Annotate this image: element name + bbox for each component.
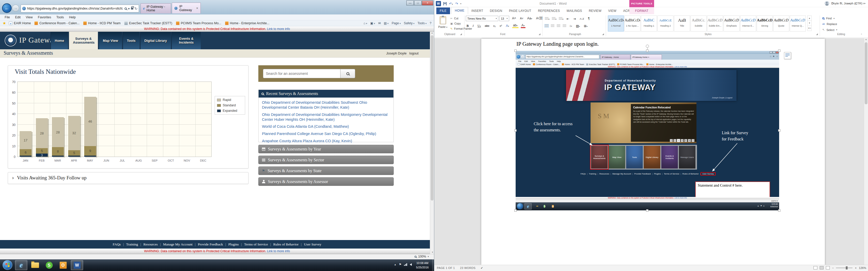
font-name-select[interactable]: Times New Ro▾ [466,16,498,21]
taskbar-app-word[interactable]: W [71,260,83,270]
multilevel-list-button[interactable]: ▾ [559,16,563,21]
borders-button[interactable]: ⊞▾ [583,24,588,28]
style-subtitle[interactable]: AaBbCc.Subtitle [690,15,707,32]
footer-link-rules-of-behavior[interactable]: Rules of Behavior [271,242,301,246]
word-zoom-level[interactable]: 126% [859,266,866,269]
bar-jan[interactable]: 617 [20,131,32,157]
styles-gallery-scroll[interactable]: ▲▼▼≡ [807,15,812,31]
warning-more-info-link[interactable]: Link to more info [267,249,290,253]
shrink-font-button[interactable]: A˅ [519,17,524,20]
line-spacing-button[interactable]: ↕▾ [568,24,573,28]
shot-menu-item-view[interactable]: View [530,60,536,63]
subscript-button[interactable]: x₂ [492,24,497,27]
underline-button[interactable]: U▾ [477,24,482,28]
footer-link-terms-of-service[interactable]: Terms of Service [242,242,270,246]
followup-card[interactable]: › Visits Awaiting 365-Day Follow up [8,172,249,184]
ribbon-tab-view[interactable]: VIEW [605,7,620,14]
shading-button[interactable]: ▨▾ [575,24,581,28]
resize-handle-ne[interactable] [778,49,780,52]
safety-menu[interactable]: Safety [404,22,414,25]
ribbon-tab-home[interactable]: HOME [451,7,468,14]
clipboard-dialog-launcher[interactable] [460,33,462,35]
align-center-button[interactable] [551,24,554,28]
zoom-slider-thumb[interactable] [846,266,847,269]
accordion-surveys-assessments-by-sector[interactable]: Surveys & Assessments by Sector [258,156,394,164]
zoom-in-button[interactable]: + [855,266,857,269]
taskbar-app-skype[interactable]: S [43,260,55,270]
qat-customize-icon[interactable]: ▾ [460,3,461,5]
ribbon-tab-format[interactable]: FORMAT [629,7,654,14]
recent-assessment-link[interactable]: World of Coca Cola Atlanta GA (Condland,… [262,124,390,129]
favorites-star-icon[interactable]: ★ [2,21,7,26]
volume-icon[interactable] [410,263,412,266]
dropdown-icon[interactable]: ▾ [128,7,130,10]
bold-button[interactable]: B [466,24,469,28]
resize-handle-sw[interactable] [514,209,517,212]
shot-menu-item-file[interactable]: File [517,60,523,63]
font-size-select[interactable]: 13▾ [499,16,509,21]
footer-link-provide-feedback[interactable]: Provide Feedback [195,242,225,246]
action-center-icon[interactable]: ⚑ [399,263,401,266]
footer-link-resources[interactable]: Resources [141,242,160,246]
recent-assessment-link[interactable]: Ohio Department of Developmental Disabil… [262,112,390,122]
taskbar-clock[interactable]: 10:08 AM 5/25/2016 [413,261,432,269]
back-button[interactable]: ← [2,3,11,13]
style-emphasis[interactable]: AaBbCcDEmphasis [723,15,740,32]
forward-button[interactable]: → [12,5,19,11]
word-scrollbar-thumb[interactable] [865,42,867,104]
mail-icon[interactable]: ✉ [378,22,381,25]
logout-link[interactable]: logout [409,52,418,55]
text-effects-button[interactable]: A▾ [505,24,510,28]
favorites-bar-item[interactable]: ExecSec Task Tracker (ESTT) [122,21,174,25]
home-icon[interactable]: ⌂ [364,22,367,25]
bar-apr[interactable]: 532 [68,116,80,157]
print-icon[interactable]: ▤ [384,22,389,25]
paragraph-dialog-launcher[interactable] [602,33,604,35]
resize-handle-s[interactable] [646,209,648,212]
proofing-icon[interactable]: ✔ [481,266,483,270]
footer-link-user-survey[interactable]: User Survey [302,242,324,246]
favorites-bar-item[interactable]: Conference Room - Calen... [33,21,82,25]
footer-link-faqs[interactable]: FAQs [110,242,123,246]
nav-tab-surveys-assessments[interactable]: Surveys & Assessments [69,32,98,49]
network-icon[interactable] [404,263,407,266]
maximize-button[interactable]: □ [414,1,422,5]
font-dialog-launcher[interactable] [538,33,540,35]
search-button[interactable] [340,69,355,78]
nav-tab-tools[interactable]: Tools [123,32,140,49]
browser-tab-inactive[interactable]: e IP Gateway - Home [141,3,171,13]
styles-scroll-down-icon[interactable]: ▼ [807,21,812,26]
accordion-surveys-assessments-by-assessor[interactable]: Surveys & Assessments by Assessor [258,177,394,186]
resize-handle-w[interactable] [514,129,517,132]
style-strong[interactable]: AaBbCcDStrong [757,15,773,32]
zoom-dropdown-icon[interactable]: ▾ [428,255,429,258]
close-tab-icon[interactable]: × [196,6,198,10]
web-layout-button[interactable] [826,266,830,269]
menu-item-edit[interactable]: Edit [12,15,23,20]
ribbon-tab-insert[interactable]: INSERT [468,7,487,14]
replace-button[interactable]: abReplace [822,23,837,26]
resize-handle-se[interactable] [778,209,780,212]
change-case-button[interactable]: Aa▾ [526,16,533,20]
ribbon-tab-design[interactable]: DESIGN [487,7,505,14]
shot-menu-item-help[interactable]: Help [556,60,562,63]
refresh-icon[interactable]: ↻ [134,7,137,10]
strikethrough-button[interactable]: abc [484,24,490,27]
address-bar[interactable]: https://ipgateway.dhs.gov/ipglanding/ind… [21,5,139,12]
style-intense-q[interactable]: AaBbCcDIntense Q... [790,15,806,32]
zoom-slider[interactable] [836,268,852,268]
browser-zoom-level[interactable]: 100% [418,255,426,258]
font-color-button[interactable]: A▾ [521,24,525,28]
warning-more-info-link[interactable]: Link to more info [267,27,290,31]
align-right-button[interactable] [557,24,560,28]
shot-menu-item-favorites[interactable]: Favorites [537,60,548,63]
zoom-out-button[interactable]: − [832,266,834,269]
resize-handle-e[interactable] [778,129,780,132]
document-page[interactable]: IP Gateway Landing page upon login. ← [481,39,825,265]
ribbon-tab-file[interactable]: FILE [436,7,450,14]
bullets-button[interactable]: ▾ [545,16,550,21]
tray-expand-icon[interactable]: ▲ [394,263,396,266]
show-desktop-button[interactable] [432,259,434,271]
favorites-bar-item[interactable]: PCIIMS Team Process Mo... [174,21,223,25]
justify-button[interactable] [563,24,566,28]
